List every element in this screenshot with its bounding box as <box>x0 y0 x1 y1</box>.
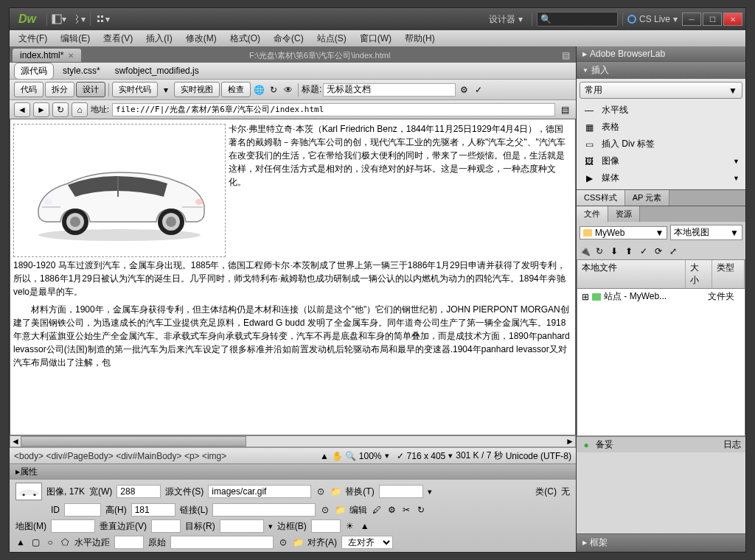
workspace-dropdown[interactable]: 设计器 ▾ <box>484 13 527 26</box>
checkout-icon[interactable]: ✓ <box>639 246 649 256</box>
refresh-button[interactable]: ↻ <box>52 102 69 117</box>
link-input[interactable] <box>212 503 316 517</box>
validate-icon[interactable]: ✓ <box>472 83 485 97</box>
site-dropdown[interactable]: MyWeb▼ <box>580 226 667 239</box>
insert-panel-header[interactable]: ▼插入 <box>577 62 745 79</box>
menu-item[interactable]: 文件(F) <box>13 31 53 46</box>
code-view-button[interactable]: 代码 <box>14 82 44 97</box>
file-mgmt-icon[interactable]: ⚙ <box>457 83 470 97</box>
crop-icon[interactable]: ✂ <box>401 505 411 515</box>
point-to-file-icon[interactable]: ⊙ <box>320 505 330 515</box>
class-dropdown[interactable]: 无 <box>561 486 570 498</box>
window-size[interactable]: 716 x 405 <box>407 451 446 461</box>
sharpen-icon[interactable]: ▲ <box>360 521 370 531</box>
browse-icon[interactable]: 📁 <box>293 537 303 547</box>
map-input[interactable] <box>51 519 95 533</box>
inspect-button[interactable]: 检查 <box>221 82 251 97</box>
search-input[interactable]: 🔍 <box>537 12 618 27</box>
close-tab-icon[interactable]: ✕ <box>68 52 74 60</box>
ap-elements-tab[interactable]: AP 元素 <box>625 190 670 206</box>
refresh-icon[interactable]: ↻ <box>267 83 280 97</box>
horizontal-scrollbar[interactable]: ◄► <box>10 435 576 447</box>
extend-icon[interactable]: ▾ <box>71 12 86 27</box>
point-to-file-icon[interactable]: ⊙ <box>316 486 326 497</box>
tag-crumb[interactable]: <div#PageBody> <box>46 451 113 461</box>
visual-aids-icon[interactable]: 👁 <box>282 83 295 97</box>
insert-item[interactable]: —水平线 <box>580 102 742 119</box>
sync-icon[interactable]: ⟳ <box>653 246 664 256</box>
minimize-button[interactable]: ─ <box>682 13 701 26</box>
align-dropdown[interactable]: 左对齐 <box>341 536 393 549</box>
menu-item[interactable]: 帮助(H) <box>399 31 441 46</box>
tree-row[interactable]: ⊞ 站点 - MyWeb... 文件夹 <box>577 289 745 304</box>
get-files-icon[interactable]: ⬇ <box>609 246 619 256</box>
edit-settings-icon[interactable]: ⚙ <box>386 505 397 515</box>
document-tab[interactable]: index.html*✕ <box>13 49 81 62</box>
put-files-icon[interactable]: ⬆ <box>624 246 634 256</box>
liveview-button[interactable]: 实时视图 <box>174 82 220 97</box>
insert-item[interactable]: ▦表格 <box>580 119 742 136</box>
source-tab[interactable]: swfobject_modified.js <box>109 64 205 77</box>
browserlab-panel-header[interactable]: ▶Adobe BrowserLab <box>577 46 745 61</box>
pointer-hotspot-icon[interactable]: ▲ <box>15 537 26 547</box>
tag-crumb[interactable]: <body> <box>14 451 44 461</box>
home-button[interactable]: ⌂ <box>72 102 88 117</box>
menu-item[interactable]: 格式(O) <box>224 31 266 46</box>
tab-menu-icon[interactable]: ▤ <box>558 48 573 63</box>
resample-icon[interactable]: ↻ <box>416 505 426 515</box>
assets-tab[interactable]: 资源 <box>608 206 640 222</box>
insert-item[interactable]: ▶媒体 ▼ <box>580 169 742 186</box>
menu-item[interactable]: 插入(I) <box>140 31 178 46</box>
menu-item[interactable]: 修改(M) <box>180 31 223 46</box>
layout-icon[interactable]: ▾ <box>52 12 66 27</box>
cslive-button[interactable]: CS Live ▾ <box>627 14 678 24</box>
page-title-input[interactable] <box>323 83 456 97</box>
border-input[interactable] <box>311 519 341 533</box>
address-input[interactable] <box>112 103 555 116</box>
menu-item[interactable]: 编辑(E) <box>55 31 96 46</box>
expand-icon[interactable]: ⤢ <box>668 246 678 256</box>
split-view-button[interactable]: 拆分 <box>45 82 74 97</box>
tag-crumb[interactable]: <p> <box>184 451 200 461</box>
tag-crumb[interactable]: <img> <box>202 451 226 461</box>
car-image[interactable] <box>13 124 226 257</box>
maximize-button[interactable]: ☐ <box>703 13 722 26</box>
zoom-tool-icon[interactable]: 🔍 <box>346 451 356 461</box>
connect-icon[interactable]: 🔌 <box>580 246 590 256</box>
design-view[interactable]: 卡尔·弗里特立奇·本茨（Karl Friedrich Benz，1844年11月… <box>10 119 576 435</box>
browser-preview-icon[interactable]: 🌐 <box>252 83 265 97</box>
insert-item[interactable]: 🖼图像 ▼ <box>580 153 742 169</box>
tag-selector[interactable]: <body> <div#PageBody> <div#MainBody> <p>… <box>14 451 226 461</box>
log-button[interactable]: 日志 <box>723 438 741 451</box>
tag-crumb[interactable]: <div#MainBody> <box>116 451 181 461</box>
target-input[interactable] <box>220 519 264 533</box>
addr-menu-icon[interactable]: ▤ <box>558 103 571 116</box>
back-button[interactable]: ◄ <box>14 102 30 117</box>
view-dropdown[interactable]: 本地视图▼ <box>670 225 742 240</box>
design-view-button[interactable]: 设计 <box>76 82 105 97</box>
id-input[interactable] <box>64 503 101 517</box>
oval-hotspot-icon[interactable]: ○ <box>45 537 55 547</box>
site-icon[interactable]: ▾ <box>95 12 110 27</box>
width-input[interactable] <box>116 485 161 498</box>
zoom-level[interactable]: 100% <box>359 451 382 461</box>
point-to-file-icon[interactable]: ⊙ <box>278 537 288 547</box>
original-input[interactable] <box>170 536 274 549</box>
menu-item[interactable]: 查看(V) <box>97 31 139 46</box>
height-input[interactable] <box>131 503 175 517</box>
forward-button[interactable]: ► <box>33 102 49 117</box>
menu-item[interactable]: 站点(S) <box>311 31 352 46</box>
hspace-input[interactable] <box>114 536 144 549</box>
refresh-files-icon[interactable]: ↻ <box>594 246 605 256</box>
menu-item[interactable]: 窗口(W) <box>354 31 397 46</box>
edit-ps-icon[interactable]: 🖊 <box>372 505 382 515</box>
file-tree[interactable]: 本地文件 大小 类型 ⊞ 站点 - MyWeb... 文件夹 <box>577 259 745 436</box>
source-tab[interactable]: style.css* <box>57 64 106 77</box>
css-styles-tab[interactable]: CSS样式 <box>577 190 625 206</box>
close-button[interactable]: ✕ <box>723 13 742 26</box>
rect-hotspot-icon[interactable]: ▢ <box>30 537 41 547</box>
vspace-input[interactable] <box>151 519 181 533</box>
menu-item[interactable]: 命令(C) <box>268 31 310 46</box>
poly-hotspot-icon[interactable]: ⬠ <box>60 537 70 547</box>
livecode-button[interactable]: 实时代码 <box>112 82 158 97</box>
